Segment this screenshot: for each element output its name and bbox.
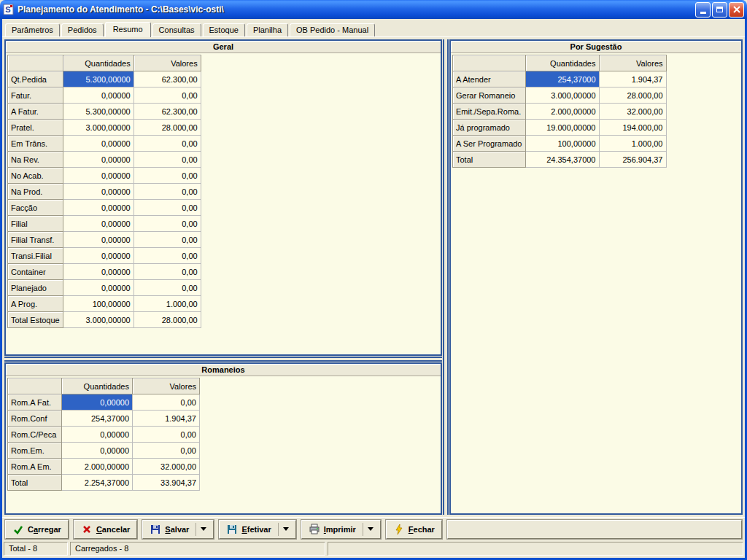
quantity-cell[interactable]: 0,00000 <box>63 264 133 280</box>
close-button[interactable] <box>729 2 744 18</box>
value-cell[interactable]: 32.000,00 <box>133 459 200 475</box>
salvar-button[interactable]: Salvar <box>142 520 214 539</box>
geral-panel-title: Geral <box>6 41 441 53</box>
quantity-cell[interactable]: 3.000,00000 <box>63 312 133 328</box>
fechar-button[interactable]: Fechar <box>386 520 442 539</box>
maximize-button[interactable] <box>712 2 727 18</box>
quantity-cell[interactable]: 0,00000 <box>63 152 133 168</box>
row-label-cell: Rom.Conf <box>8 411 62 427</box>
quantity-cell[interactable]: 0,00000 <box>62 443 133 459</box>
value-cell[interactable]: 1.000,00 <box>133 296 201 312</box>
quantity-cell[interactable]: 5.300,00000 <box>63 104 133 120</box>
carregar-button[interactable]: Carregar <box>5 520 69 539</box>
toolbar-filler <box>447 520 742 539</box>
imprimir-button[interactable]: Imprimir <box>301 520 381 539</box>
quantity-cell[interactable]: 0,00000 <box>63 232 133 248</box>
value-cell[interactable]: 0,00 <box>133 248 201 264</box>
value-cell[interactable]: 0,00 <box>133 200 201 216</box>
quantity-cell[interactable]: 0,00000 <box>63 88 133 104</box>
value-cell[interactable]: 0,00 <box>133 136 201 152</box>
salvar-dropdown[interactable] <box>196 523 206 536</box>
quantity-cell[interactable]: 3.000,00000 <box>63 120 133 136</box>
value-cell[interactable]: 0,00 <box>133 232 201 248</box>
quantity-cell[interactable]: 0,00000 <box>63 280 133 296</box>
cancelar-label: Cancelar <box>96 525 130 534</box>
maximize-icon <box>716 7 723 12</box>
quantity-cell[interactable]: 0,00000 <box>63 200 133 216</box>
value-cell[interactable]: 0,00 <box>133 394 200 411</box>
value-cell[interactable]: 256.904,37 <box>599 152 666 168</box>
efetivar-dropdown[interactable] <box>278 523 289 536</box>
horizontal-splitter[interactable] <box>4 357 442 362</box>
tab-consultas[interactable]: Consultas <box>152 23 201 36</box>
quantity-cell[interactable]: 0,00000 <box>62 427 133 443</box>
row-label-cell: Fatur. <box>8 88 63 104</box>
value-cell[interactable]: 0,00 <box>133 216 201 232</box>
quantity-cell[interactable]: 254,37000 <box>525 71 599 88</box>
row-label-cell: Total <box>453 152 526 168</box>
cancelar-button[interactable]: Cancelar <box>74 520 137 539</box>
quantity-cell[interactable]: 2.000,00000 <box>62 459 133 475</box>
value-cell[interactable]: 0,00 <box>133 427 200 443</box>
tab-planilha[interactable]: Planilha <box>247 23 288 36</box>
row-label-cell: Já programado <box>453 120 526 136</box>
table-header-row: QuantidadesValores <box>453 55 667 71</box>
value-cell[interactable]: 0,00 <box>133 168 201 184</box>
imprimir-dropdown[interactable] <box>363 523 374 536</box>
table-row: A Atender254,370001.904,37 <box>453 71 667 88</box>
status-carregados: Carregados - 8 <box>70 542 325 556</box>
quantity-cell[interactable]: 0,00000 <box>63 184 133 200</box>
quantity-cell[interactable]: 0,00000 <box>63 168 133 184</box>
value-cell[interactable]: 1.904,37 <box>599 71 666 88</box>
value-cell[interactable]: 28.000,00 <box>133 120 201 136</box>
vertical-splitter[interactable] <box>443 39 449 515</box>
tab-pedidos[interactable]: Pedidos <box>61 23 104 36</box>
tab-resumo[interactable]: Resumo <box>105 22 151 37</box>
value-cell[interactable]: 0,00 <box>133 443 200 459</box>
value-cell[interactable]: 1.904,37 <box>133 411 200 427</box>
quantity-cell[interactable]: 100,00000 <box>525 136 599 152</box>
corner-cell <box>8 55 63 71</box>
value-cell[interactable]: 28.000,00 <box>133 312 201 328</box>
table-row: Rom.Em.0,000000,00 <box>8 443 200 459</box>
efetivar-button[interactable]: Efetivar <box>219 520 295 539</box>
application-window: S Planejamento do Atendimento - C:\Bases… <box>0 0 747 560</box>
value-cell[interactable]: 62.300,00 <box>133 71 201 88</box>
value-cell[interactable]: 194.000,00 <box>599 120 666 136</box>
table-row: Pratel.3.000,0000028.000,00 <box>8 120 201 136</box>
row-label-cell: Em Trâns. <box>8 136 63 152</box>
tab-estoque[interactable]: Estoque <box>203 23 245 36</box>
value-cell[interactable]: 0,00 <box>133 152 201 168</box>
quantity-cell[interactable]: 0,00000 <box>62 394 133 411</box>
value-cell[interactable]: 32.000,00 <box>599 104 666 120</box>
table-row: Fatur.0,000000,00 <box>8 88 201 104</box>
quantity-cell[interactable]: 0,00000 <box>63 136 133 152</box>
column-header: Valores <box>133 55 201 71</box>
quantity-cell[interactable]: 5.300,00000 <box>63 71 133 88</box>
row-label-cell: Total <box>8 475 62 491</box>
quantity-cell[interactable]: 0,00000 <box>63 248 133 264</box>
tab-ob-pedido-manual[interactable]: OB Pedido - Manual <box>290 23 375 36</box>
quantity-cell[interactable]: 3.000,00000 <box>525 88 599 104</box>
value-cell[interactable]: 28.000,00 <box>599 88 666 104</box>
value-cell[interactable]: 62.300,00 <box>133 104 201 120</box>
minimize-button[interactable] <box>695 2 711 18</box>
value-cell[interactable]: 0,00 <box>133 280 201 296</box>
table-row: Container0,000000,00 <box>8 264 201 280</box>
value-cell[interactable]: 0,00 <box>133 264 201 280</box>
quantity-cell[interactable]: 2.254,37000 <box>62 475 133 491</box>
quantity-cell[interactable]: 19.000,00000 <box>525 120 599 136</box>
value-cell[interactable]: 0,00 <box>133 184 201 200</box>
value-cell[interactable]: 33.904,37 <box>133 475 200 491</box>
tab-parametros[interactable]: Parâmetros <box>5 23 60 36</box>
value-cell[interactable]: 0,00 <box>133 88 201 104</box>
client-area: Geral QuantidadesValoresQt.Pedida5.300,0… <box>2 37 745 517</box>
quantity-cell[interactable]: 254,37000 <box>62 411 133 427</box>
quantity-cell[interactable]: 100,00000 <box>63 296 133 312</box>
value-cell[interactable]: 1.000,00 <box>599 136 666 152</box>
quantity-cell[interactable]: 24.354,37000 <box>525 152 599 168</box>
quantity-cell[interactable]: 0,00000 <box>63 216 133 232</box>
table-row: A Fatur.5.300,0000062.300,00 <box>8 104 201 120</box>
quantity-cell[interactable]: 2.000,00000 <box>525 104 599 120</box>
right-column: Por Sugestão QuantidadesValoresA Atender… <box>449 39 743 515</box>
